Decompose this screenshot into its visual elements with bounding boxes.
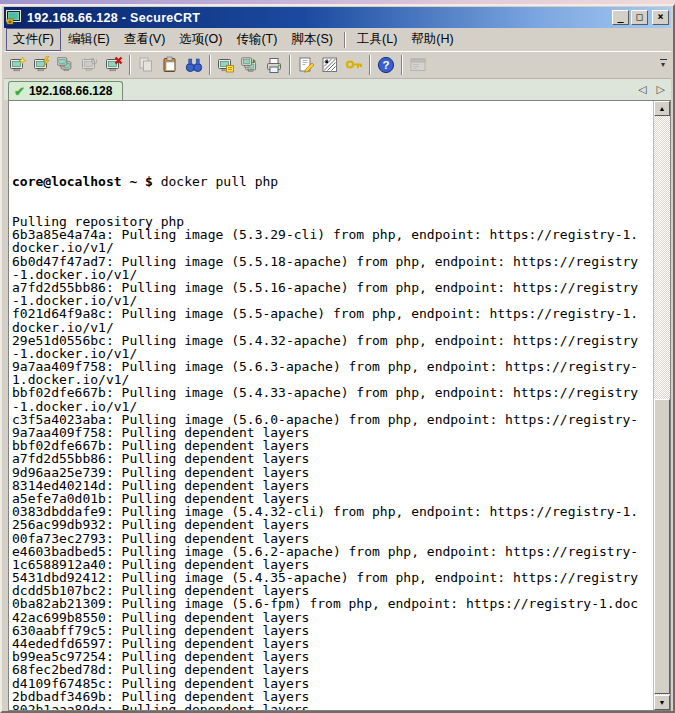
tab-scroll-left-icon[interactable]: ◁	[638, 83, 646, 96]
svg-text:?: ?	[382, 59, 389, 71]
clone-session-icon[interactable]	[238, 54, 262, 77]
connect-in-tab-icon[interactable]	[54, 54, 78, 77]
global-options-icon[interactable]	[318, 54, 342, 77]
reconnect-icon: ↻	[78, 54, 102, 77]
terminal-line: -1.docker.io/v1/	[12, 400, 653, 413]
disconnect-icon[interactable]	[102, 54, 126, 77]
app-icon	[6, 10, 23, 25]
toolbar-separator	[401, 55, 403, 75]
svg-text:↻: ↻	[90, 56, 98, 67]
terminal-line: docker.io/v1/	[12, 321, 653, 334]
menu-item-tools[interactable]: 工具(L)	[350, 28, 404, 51]
terminal-pane: core@localhost ~ $ docker pull php Pulli…	[8, 100, 671, 711]
connect-icon[interactable]	[30, 54, 54, 77]
terminal-prompt-line: core@localhost ~ $ docker pull php	[12, 175, 653, 188]
toolbar-separator	[209, 55, 211, 75]
terminal-line: docker.io/v1/	[12, 241, 653, 254]
window-title: 192.168.66.128 - SecureCRT	[27, 11, 612, 25]
quick-connect-icon[interactable]	[6, 54, 30, 77]
menu-item-script[interactable]: 脚本(S)	[284, 28, 340, 51]
terminal-line: 2bdbadf3469b: Pulling dependent layers	[12, 690, 653, 703]
session-tab[interactable]: ✔ 192.168.66.128	[8, 81, 123, 100]
close-button[interactable]: ×	[652, 10, 669, 25]
terminal-line: 9d96aa25e739: Pulling dependent layers	[12, 466, 653, 479]
toolbar-separator	[129, 55, 131, 75]
log-session-icon[interactable]	[214, 54, 238, 77]
terminal-line: 29e51d0556bc: Pulling image (5.4.32-apac…	[12, 334, 653, 347]
terminal-line: f021d64f9a8c: Pulling image (5.5-apache)…	[12, 307, 653, 320]
scrollbar-up-icon[interactable]: ▲	[654, 101, 670, 116]
terminal-line: d4109f67485c: Pulling dependent layers	[12, 677, 653, 690]
shell-prompt: core@localhost ~ $	[12, 174, 161, 189]
terminal-line: 00fa73ec2793: Pulling dependent layers	[12, 532, 653, 545]
scrollbar-thumb[interactable]	[654, 399, 670, 694]
tab-scroll-right-icon[interactable]: ▷	[657, 83, 665, 96]
menu-item-help[interactable]: 帮助(H)	[404, 28, 460, 51]
terminal-scrollbar[interactable]: ▲ ▼	[653, 101, 670, 710]
shell-command: docker pull php	[161, 174, 278, 189]
menu-item-options[interactable]: 选项(O)	[172, 28, 229, 51]
terminal-output: Pulling repository php6b3a85e4a74a: Pull…	[12, 215, 653, 710]
terminal-line: 6b0d47f47ad7: Pulling image (5.5.18-apac…	[12, 255, 653, 268]
terminal-line: 42ac699b8550: Pulling dependent layers	[12, 611, 653, 624]
terminal-line: 256ac99db932: Pulling dependent layers	[12, 518, 653, 531]
help-icon[interactable]: ?	[374, 54, 398, 77]
terminal-line: e4603badbed5: Pulling image (5.6.2-apach…	[12, 545, 653, 558]
toolbar: ↻?▾	[4, 51, 671, 78]
paste-icon[interactable]	[158, 54, 182, 77]
session-tab-label: 192.168.66.128	[29, 84, 112, 98]
session-manager-icon	[406, 54, 430, 77]
copy-icon	[134, 54, 158, 77]
securecrt-window: 192.168.66.128 - SecureCRT _ □ × 文件(F)编辑…	[0, 4, 675, 713]
menu-separator	[344, 32, 346, 48]
connected-check-icon: ✔	[14, 84, 25, 99]
minimize-button[interactable]: _	[612, 10, 629, 25]
tab-bar: ✔ 192.168.66.128 ◁ ▷	[4, 78, 671, 100]
toolbar-overflow-button[interactable]: ▾	[657, 56, 669, 74]
maximize-button[interactable]: □	[631, 10, 648, 25]
terminal-line: 68fec2bed78d: Pulling dependent layers	[12, 663, 653, 676]
scrollbar-down-icon[interactable]: ▼	[654, 695, 670, 710]
menu-item-edit[interactable]: 编辑(E)	[61, 28, 117, 51]
terminal-line: bbf02dfe667b: Pulling image (5.4.33-apac…	[12, 386, 653, 399]
session-options-icon[interactable]	[294, 54, 318, 77]
terminal-line: 802b1aaa89da: Pulling dependent layers	[12, 703, 653, 710]
print-icon[interactable]	[262, 54, 286, 77]
menu-bar: 文件(F)编辑(E)查看(V)选项(O)传输(T)脚本(S)工具(L)帮助(H)	[4, 28, 671, 51]
terminal-line: 0ba82ab21309: Pulling image (5.6-fpm) fr…	[12, 597, 653, 610]
terminal-screen[interactable]: core@localhost ~ $ docker pull php Pulli…	[9, 101, 653, 710]
toolbar-separator	[289, 55, 291, 75]
terminal-line: -1.docker.io/v1/	[12, 268, 653, 281]
menu-item-view[interactable]: 查看(V)	[117, 28, 173, 51]
menu-item-file[interactable]: 文件(F)	[6, 28, 61, 51]
toolbar-separator	[369, 55, 371, 75]
menu-item-transfer[interactable]: 传输(T)	[229, 28, 284, 51]
find-icon[interactable]	[182, 54, 206, 77]
terminal-line: a7fd2d55bb86: Pulling dependent layers	[12, 452, 653, 465]
title-bar[interactable]: 192.168.66.128 - SecureCRT _ □ ×	[4, 7, 671, 28]
key-generator-icon[interactable]	[342, 54, 366, 77]
terminal-line: 8314ed40214d: Pulling dependent layers	[12, 479, 653, 492]
